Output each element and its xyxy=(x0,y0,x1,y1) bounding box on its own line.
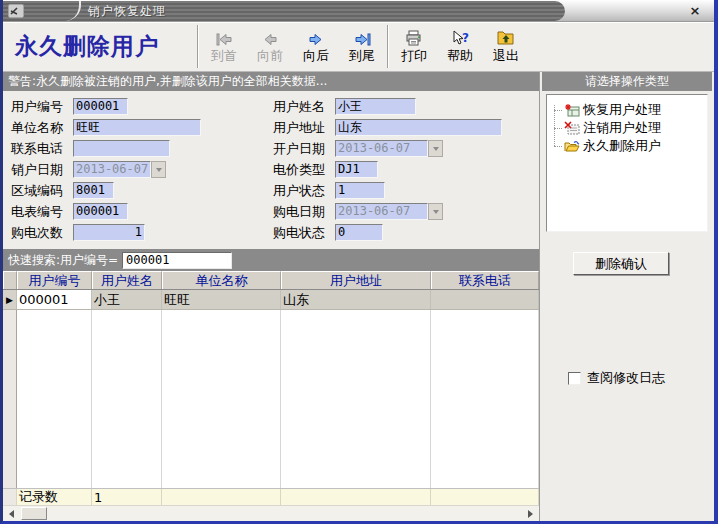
form-right-column: 用户姓名小王用户地址山东开户日期2013-06-07电价类型DJ1用户状态1购电… xyxy=(273,96,535,249)
combo-dropdown-icon xyxy=(428,140,443,157)
toolbar-button-label: 帮助 xyxy=(447,47,473,65)
grid-empty-column xyxy=(281,310,431,488)
header-toolbar: 永久删除用户 到首向前向后到尾 打印?帮助退出 xyxy=(3,22,714,72)
combo-dropdown-icon xyxy=(151,161,166,178)
delete-confirm-button[interactable]: 删除确认 xyxy=(573,252,669,275)
grid-header-row: 用户编号用户姓名单位名称用户地址联系电话 xyxy=(3,271,539,290)
field-label: 购电次数 xyxy=(11,224,73,242)
nav-button-arrow-first: 到首 xyxy=(201,25,247,69)
exit-folder-icon xyxy=(497,28,515,46)
form-row: 用户姓名小王 xyxy=(273,96,535,117)
field-value[interactable]: 1 xyxy=(335,182,385,199)
table-cell[interactable]: 旺旺 xyxy=(162,290,281,309)
field-label: 电价类型 xyxy=(273,161,335,179)
field-value[interactable]: DJ1 xyxy=(335,161,378,178)
arrow-prev-icon xyxy=(262,28,278,46)
date-combo: 2013-06-07 xyxy=(335,203,443,220)
field-value[interactable]: 8001 xyxy=(73,182,114,199)
operation-type-header: 请选择操作类型 xyxy=(542,72,712,91)
close-button[interactable]: × xyxy=(686,3,704,19)
field-value[interactable]: 2013-06-07 xyxy=(335,140,428,157)
table-cell[interactable]: 000001 xyxy=(17,290,92,309)
scroll-right-arrow-icon[interactable] xyxy=(523,507,539,521)
scroll-left-arrow-icon[interactable] xyxy=(3,507,19,521)
view-log-checkbox[interactable] xyxy=(568,372,581,385)
table-cell[interactable]: 小王 xyxy=(92,290,162,309)
form-row: 电表编号000001 xyxy=(11,201,273,222)
field-value[interactable]: 0 xyxy=(335,224,383,241)
row-selector-header xyxy=(3,271,17,289)
tree-item-label: 恢复用户处理 xyxy=(583,101,661,119)
actions-button-printer[interactable]: 打印 xyxy=(391,25,437,69)
field-value[interactable]: 旺旺 xyxy=(73,119,201,136)
actions-button-help-cursor[interactable]: ?帮助 xyxy=(437,25,483,69)
arrow-next-icon xyxy=(308,28,324,46)
field-value[interactable]: 000001 xyxy=(73,203,128,220)
nav-button-arrow-next[interactable]: 向后 xyxy=(293,25,339,69)
toolbar-button-label: 打印 xyxy=(401,47,427,65)
arrow-first-icon xyxy=(216,28,233,46)
table-cell[interactable]: 山东 xyxy=(281,290,431,309)
toolbar-separator xyxy=(387,25,389,68)
column-header[interactable]: 用户编号 xyxy=(17,271,92,289)
search-label: 快速搜索:用户编号= xyxy=(8,252,118,269)
horizontal-scrollbar[interactable] xyxy=(3,505,539,521)
arrow-last-icon xyxy=(354,28,371,46)
field-label: 购电日期 xyxy=(273,203,335,221)
nav-button-arrow-last[interactable]: 到尾 xyxy=(339,25,385,69)
form-row: 购电日期2013-06-07 xyxy=(273,201,535,222)
tree-item-recover-form[interactable]: 恢复用户处理 xyxy=(549,101,705,119)
table-row[interactable]: ▶000001小王旺旺山东 xyxy=(3,290,539,310)
date-combo: 2013-06-07 xyxy=(335,140,443,157)
view-log-row: 查阅修改日志 xyxy=(568,369,665,387)
search-input[interactable] xyxy=(122,252,232,269)
field-label: 开户日期 xyxy=(273,140,335,158)
record-nav-buttons: 到首向前向后到尾 xyxy=(201,22,385,71)
grid-empty-area xyxy=(3,310,539,488)
cancel-form-icon xyxy=(564,121,580,135)
field-value[interactable] xyxy=(73,140,170,157)
side-panel: 请选择操作类型 恢复用户处理注销用户处理永久删除用户 删除确认 查阅修改日志 xyxy=(540,72,714,521)
column-header[interactable]: 联系电话 xyxy=(431,271,539,289)
form-row: 联系电话 xyxy=(11,138,273,159)
content-panel: 警告:永久删除被注销的用户,并删除该用户的全部相关数据... 用户编号00000… xyxy=(3,72,540,521)
field-value[interactable]: 山东 xyxy=(335,119,502,136)
field-label: 单位名称 xyxy=(11,119,73,137)
scroll-thumb[interactable] xyxy=(21,507,47,520)
field-value[interactable]: 小王 xyxy=(335,98,416,115)
field-value[interactable]: 2013-06-07 xyxy=(73,161,151,178)
column-header[interactable]: 用户地址 xyxy=(281,271,431,289)
form-left-column: 用户编号000001单位名称旺旺联系电话销户日期2013-06-07区域编码80… xyxy=(11,96,273,249)
user-data-grid: 用户编号用户姓名单位名称用户地址联系电话 ▶000001小王旺旺山东 记录数1 xyxy=(3,271,539,505)
tree-item-label: 注销用户处理 xyxy=(583,119,661,137)
form-row: 用户状态1 xyxy=(273,180,535,201)
toolbar-button-label: 向后 xyxy=(303,47,329,65)
tree-item-open-folder[interactable]: 永久删除用户 xyxy=(549,137,705,155)
column-header[interactable]: 用户姓名 xyxy=(92,271,162,289)
actions-button-exit-folder[interactable]: 退出 xyxy=(483,25,529,69)
field-label: 购电状态 xyxy=(273,224,335,242)
field-value[interactable]: 2013-06-07 xyxy=(335,203,428,220)
form-row: 用户编号000001 xyxy=(11,96,273,117)
field-value[interactable]: 000001 xyxy=(73,98,128,115)
recover-form-icon xyxy=(564,103,580,117)
quick-search-bar: 快速搜索:用户编号= xyxy=(3,249,539,271)
column-header[interactable]: 单位名称 xyxy=(162,271,281,289)
grid-empty-column xyxy=(92,310,162,488)
operation-type-tree: 恢复用户处理注销用户处理永久删除用户 xyxy=(546,94,708,232)
field-value[interactable]: 1 xyxy=(73,224,145,241)
page-title: 永久删除用户 xyxy=(3,22,195,71)
help-cursor-icon: ? xyxy=(451,28,469,46)
tree-item-cancel-form[interactable]: 注销用户处理 xyxy=(549,119,705,137)
nav-button-arrow-prev: 向前 xyxy=(247,25,293,69)
form-row: 销户日期2013-06-07 xyxy=(11,159,273,180)
toolbar-separator xyxy=(197,25,199,68)
window-icon[interactable] xyxy=(8,4,24,18)
field-label: 联系电话 xyxy=(11,140,73,158)
toolbar-button-label: 到首 xyxy=(211,47,237,65)
table-cell[interactable] xyxy=(431,290,539,309)
form-row: 电价类型DJ1 xyxy=(273,159,535,180)
grid-empty-column xyxy=(17,310,92,488)
view-log-label: 查阅修改日志 xyxy=(587,369,665,387)
form-row: 单位名称旺旺 xyxy=(11,117,273,138)
